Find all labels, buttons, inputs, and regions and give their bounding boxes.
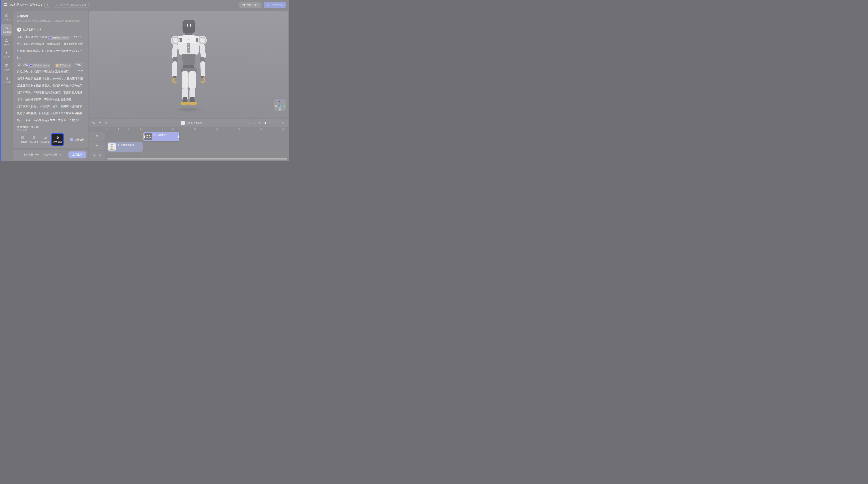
robot-model — [164, 19, 213, 110]
tag-label: 弯腰(5s) — [59, 62, 67, 69]
expression-clip-name: 害羞微笑 — [157, 133, 166, 137]
remaining-stones-label: 剩余灵石 — [24, 153, 33, 156]
sparkles-icon — [5, 26, 8, 30]
viewport-3d[interactable]: Z Y X — [89, 11, 288, 118]
slider-thumb[interactable] — [265, 122, 267, 124]
ruler-tick — [118, 128, 119, 130]
expression-clip[interactable]: 害羞微笑 — [144, 132, 179, 141]
view-gizmo[interactable]: Z Y X — [274, 99, 286, 111]
gizmo-neg-axis[interactable] — [279, 108, 281, 110]
editor-text: 这是一家全球领先的公司 — [17, 35, 47, 38]
ruler-tick — [162, 128, 163, 130]
expression-tag[interactable]: 哈哈大笑(10s)× — [48, 36, 70, 40]
tag-label: 哈哈大笑(10s) — [52, 34, 66, 41]
expression-lane: 害羞微笑 — [105, 132, 288, 141]
gizmo-z-axis[interactable]: Z — [279, 100, 281, 102]
insert-action-button[interactable]: 插入动作 — [28, 136, 39, 144]
top-bar: A1机器人动作-我的项目1 保存时间 26/01/03 12:01 合成并保存 … — [1, 0, 289, 9]
timeline-toolbar: 00:00 / 00:30 — [89, 120, 288, 127]
fit-timeline-button[interactable] — [253, 122, 256, 125]
app-root: A1机器人动作-我的项目1 保存时间 26/01/03 12:01 合成并保存 … — [0, 0, 289, 161]
sidebar-item-audio-orchestration[interactable]: 音频编排 — [1, 24, 12, 36]
quote-mark: 」 — [75, 70, 78, 73]
audio-file-name: 默认名称1.mp3 — [23, 28, 41, 31]
panel-title: 音频编排 — [17, 14, 84, 18]
save-time-label: 保存时间 — [60, 3, 69, 6]
char-counter: 52 / 1,000 — [17, 129, 84, 132]
gem-icon — [59, 153, 62, 156]
robot-face-icon — [43, 136, 47, 139]
action-tag[interactable]: 弯腰(5s)× — [55, 64, 71, 68]
button-label: 清空编排 — [53, 140, 62, 144]
music-box-icon — [5, 64, 8, 67]
robot-download-icon — [267, 3, 270, 6]
play-icon — [182, 122, 184, 124]
one-key-orchestrate-button[interactable]: AI 一键编排 — [17, 136, 28, 144]
disc-icon — [92, 154, 96, 157]
timeline-play-button[interactable] — [181, 121, 185, 125]
sidebar-item-label: 动作库 — [4, 56, 10, 59]
sidebar-item-label: 我的任务 — [2, 81, 11, 84]
sidebar-item-my-tasks[interactable]: 我的任务 — [1, 74, 12, 86]
script-editor[interactable]: 这是一家全球领先的公司哈哈大笑(10s)×「专注于先进机器人系统的设计、制造和部… — [17, 34, 84, 128]
zoom-in-button[interactable] — [282, 122, 285, 125]
pencil-icon — [46, 3, 49, 6]
editor-paragraph: 我们提供哈哈大笑(10s)×「弯腰(5s)×「样化的产品组合，包括用于精密制造的… — [17, 61, 84, 103]
merge-save-button[interactable]: 合成并保存 — [239, 2, 261, 8]
ruler-label: 2f — [128, 128, 130, 130]
project-title: A1机器人动作-我的项目1 — [10, 3, 42, 6]
delete-clip-button[interactable] — [104, 122, 107, 125]
rhythm-motion-option: ✓ 韵律动作 — [70, 138, 84, 141]
timeline-ruler[interactable]: 0f 2f 4f 6f 8f 10f 12f 14f 16f — [105, 127, 288, 131]
tag-close-button[interactable]: × — [48, 62, 49, 69]
gizmo-neg-axis[interactable] — [275, 105, 277, 107]
ruler-label: 6f — [173, 128, 174, 130]
generate-now-button[interactable]: 立即生成 — [68, 152, 86, 158]
timeline-scrollbar[interactable] — [107, 158, 287, 160]
clear-orchestration-button[interactable]: 清空编排 — [52, 134, 63, 146]
button-label: 插入动作 — [29, 140, 38, 144]
person-icon — [5, 51, 8, 55]
expression-tag[interactable]: 哈哈大笑(10s)× — [29, 64, 51, 68]
timeline-zoom-slider[interactable] — [265, 123, 280, 123]
z-axis-line — [280, 102, 280, 105]
playhead[interactable] — [143, 127, 143, 160]
action-clip[interactable]: 超帅走路姿势 — [107, 142, 143, 152]
playback-time: 00:00 / 00:30 — [187, 122, 202, 124]
x-axis-line — [281, 106, 283, 106]
tag-close-button[interactable]: × — [69, 62, 70, 69]
ruler-tick — [272, 128, 272, 130]
zoom-out-button[interactable] — [259, 122, 262, 125]
ruler-tick — [250, 128, 250, 130]
audio-track-header — [89, 151, 105, 160]
tag-close-button[interactable]: × — [67, 34, 68, 41]
auto-fit-toggle[interactable] — [248, 122, 251, 125]
action-lane: 超帅走路姿势 — [105, 142, 288, 152]
sidebar-item-action-library[interactable]: 动作库 — [1, 49, 12, 61]
editor-actions-row: AI 一键编排 插入动作 插入表情 — [17, 133, 84, 146]
runner-icon — [117, 144, 120, 146]
sidebar-item-label: 表情库 — [4, 43, 10, 46]
sidebar-item-motion-mimic[interactable]: 动作模仿 — [1, 11, 12, 23]
person-icon — [95, 144, 99, 148]
ruler-label: 14f — [260, 128, 262, 130]
undo-button[interactable] — [92, 122, 95, 125]
editor-paragraph: 这是一家全球领先的公司哈哈大笑(10s)×「专注于先进机器人系统的设计、制造和部… — [17, 34, 84, 61]
volume-icon[interactable] — [98, 154, 102, 157]
quote-mark: 「 — [72, 63, 75, 66]
deploy-button[interactable]: 下发到设备 — [264, 2, 286, 8]
merge-save-label: 合成并保存 — [247, 3, 259, 6]
redo-button[interactable] — [98, 122, 101, 125]
action-clip-name: 超帅走路姿势 — [120, 143, 134, 147]
audio-play-button[interactable] — [17, 28, 21, 32]
action-tag-icon — [56, 64, 59, 67]
rhythm-motion-checkbox[interactable]: ✓ — [70, 138, 73, 141]
sidebar-item-expression-library[interactable]: 表情库 — [1, 37, 12, 48]
gizmo-x-axis[interactable]: X — [283, 105, 285, 107]
gizmo-y-axis[interactable]: Y — [279, 105, 281, 107]
insert-expression-button[interactable]: 插入表情 — [39, 136, 51, 144]
editor-text: 用于物流和仓储的自主移动机器人 (AMR)，以及为医疗和酒店业量身定制的服务机器… — [17, 70, 83, 101]
sidebar-item-audio-library[interactable]: 音频库 — [1, 62, 12, 73]
delete-audio-button[interactable] — [81, 28, 84, 31]
rename-button[interactable] — [44, 2, 51, 8]
